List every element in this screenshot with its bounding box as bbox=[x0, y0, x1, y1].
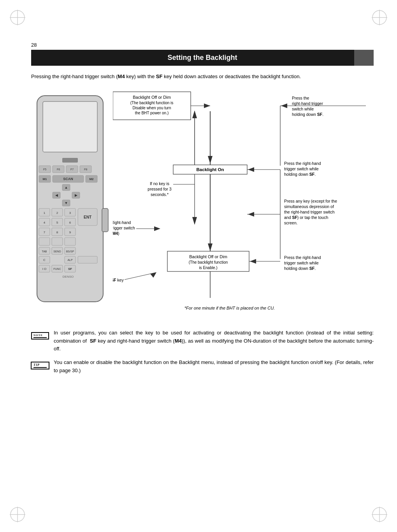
reg-mark-tr bbox=[370, 8, 389, 27]
svg-marker-129 bbox=[250, 259, 256, 264]
svg-text:▼: ▼ bbox=[65, 201, 68, 205]
svg-text:5: 5 bbox=[56, 221, 58, 224]
note-icon: NOTE bbox=[31, 329, 49, 343]
page-number: 28 bbox=[31, 42, 37, 48]
svg-text:1: 1 bbox=[44, 211, 46, 215]
svg-text:BS/SP: BS/SP bbox=[66, 250, 74, 253]
svg-text:(The backlight function is: (The backlight function is bbox=[130, 101, 174, 105]
svg-text:Press the right-hand: Press the right-hand bbox=[284, 161, 321, 166]
svg-rect-57 bbox=[65, 238, 76, 245]
svg-marker-83 bbox=[192, 110, 197, 118]
svg-text:2: 2 bbox=[56, 211, 58, 215]
svg-text:Press the: Press the bbox=[292, 96, 309, 100]
svg-marker-102 bbox=[248, 167, 254, 172]
svg-text:(M4): (M4) bbox=[113, 231, 119, 236]
svg-text:SF  key: SF key bbox=[113, 278, 124, 282]
svg-text:8: 8 bbox=[56, 231, 58, 234]
svg-marker-92 bbox=[281, 103, 287, 108]
svg-text:*For one minute if the BHT is : *For one minute if the BHT is placed on … bbox=[184, 306, 275, 310]
svg-text:F5: F5 bbox=[43, 168, 46, 171]
svg-rect-78 bbox=[102, 208, 108, 232]
content-area: Setting the Backlight Pressing the right… bbox=[31, 50, 374, 501]
svg-text:Press any key (except for the: Press any key (except for the bbox=[284, 199, 337, 203]
note-label: NOTE bbox=[31, 332, 49, 340]
svg-text:pressed for 3: pressed for 3 bbox=[148, 187, 171, 191]
svg-marker-137 bbox=[150, 272, 156, 278]
svg-text:ALP: ALP bbox=[67, 259, 73, 261]
svg-text:seconds.*: seconds.* bbox=[151, 192, 169, 197]
note-text: In user programs, you can select the key… bbox=[54, 329, 374, 353]
svg-text:FUNC: FUNC bbox=[53, 268, 61, 270]
reg-mark-br bbox=[370, 505, 389, 524]
svg-text:SEND: SEND bbox=[53, 250, 61, 253]
svg-rect-13 bbox=[43, 102, 97, 152]
svg-text:I O: I O bbox=[42, 267, 47, 271]
svg-text:◀: ◀ bbox=[55, 193, 58, 197]
svg-text:simultaneous depression of: simultaneous depression of bbox=[284, 204, 334, 209]
svg-text:6: 6 bbox=[69, 221, 71, 224]
svg-rect-56 bbox=[52, 238, 63, 245]
page-title: Setting the Backlight bbox=[31, 50, 374, 66]
svg-marker-118 bbox=[248, 212, 254, 217]
reg-mark-bl bbox=[8, 505, 27, 524]
svg-text:and SF) or tap the touch: and SF) or tap the touch bbox=[284, 215, 328, 220]
note-section: NOTE In user programs, you can select th… bbox=[31, 329, 374, 353]
svg-marker-90 bbox=[204, 103, 210, 108]
svg-text:▲: ▲ bbox=[65, 186, 68, 189]
svg-text:4: 4 bbox=[44, 221, 46, 224]
svg-marker-134 bbox=[154, 226, 160, 231]
svg-text:holding down SF.: holding down SF. bbox=[284, 172, 316, 177]
svg-text:Press the right-hand: Press the right-hand bbox=[284, 255, 321, 260]
svg-text:F8: F8 bbox=[84, 168, 87, 171]
tip-section: TIP You can enable or disable the backli… bbox=[31, 359, 374, 375]
svg-text:the BHT power on.): the BHT power on.) bbox=[135, 111, 169, 115]
svg-text:Backlight  Off or Dim: Backlight Off or Dim bbox=[133, 95, 171, 100]
svg-text:the right-hand trigger switch: the right-hand trigger switch bbox=[284, 210, 335, 214]
svg-text:7: 7 bbox=[44, 231, 46, 234]
svg-text:holding down SF.: holding down SF. bbox=[292, 112, 323, 117]
callout-diagram: Backlight Off or Dim (The backlight func… bbox=[113, 88, 374, 321]
svg-text:screen.: screen. bbox=[284, 220, 297, 225]
svg-text:trigger switch: trigger switch bbox=[113, 226, 135, 230]
svg-text:trigger switch while: trigger switch while bbox=[284, 261, 319, 265]
svg-rect-14 bbox=[62, 158, 78, 163]
svg-text:Disable when you turn: Disable when you turn bbox=[133, 106, 171, 110]
svg-text:F6: F6 bbox=[57, 168, 60, 171]
svg-text:holding down SF.: holding down SF. bbox=[284, 266, 316, 271]
svg-text:DENSO: DENSO bbox=[63, 275, 74, 278]
svg-marker-111 bbox=[192, 217, 197, 225]
svg-text:(The backlight function: (The backlight function bbox=[189, 260, 228, 264]
diagram-section: F5 F6 F7 F8 M1 SCAN M2 ▲ ◀ ▶ ▼ bbox=[31, 88, 374, 321]
tip-text: You can enable or disable the backlight … bbox=[54, 359, 374, 375]
svg-text:Backlight On: Backlight On bbox=[197, 167, 224, 172]
svg-text:switch while: switch while bbox=[292, 107, 314, 111]
svg-rect-55 bbox=[39, 238, 50, 245]
svg-text:M2: M2 bbox=[89, 177, 94, 181]
reg-mark-tl bbox=[8, 8, 27, 27]
svg-text:3: 3 bbox=[69, 211, 71, 215]
tip-icon: TIP bbox=[31, 359, 49, 373]
svg-text:▶: ▶ bbox=[75, 193, 77, 197]
svg-text:Right-hand: Right-hand bbox=[113, 220, 131, 225]
svg-text:Backlight Off or Dim: Backlight Off or Dim bbox=[189, 254, 227, 259]
svg-text:is Enable.): is Enable.) bbox=[199, 266, 217, 270]
svg-text:9: 9 bbox=[69, 231, 71, 234]
svg-text:trigger switch while: trigger switch while bbox=[284, 166, 319, 171]
svg-text:C: C bbox=[43, 258, 46, 262]
svg-text:F7: F7 bbox=[70, 168, 74, 171]
tip-label: TIP bbox=[31, 362, 49, 369]
svg-text:SF: SF bbox=[68, 267, 72, 271]
svg-text:right-hand trigger: right-hand trigger bbox=[292, 101, 323, 106]
svg-text:ENT: ENT bbox=[84, 215, 91, 219]
svg-text:SCAN: SCAN bbox=[63, 177, 73, 181]
svg-text:If no key is: If no key is bbox=[150, 181, 169, 186]
svg-text:TAB: TAB bbox=[42, 250, 47, 253]
svg-text:M1: M1 bbox=[42, 177, 47, 181]
intro-paragraph: Pressing the right-hand trigger switch (… bbox=[31, 73, 374, 81]
svg-rect-68 bbox=[78, 256, 97, 263]
